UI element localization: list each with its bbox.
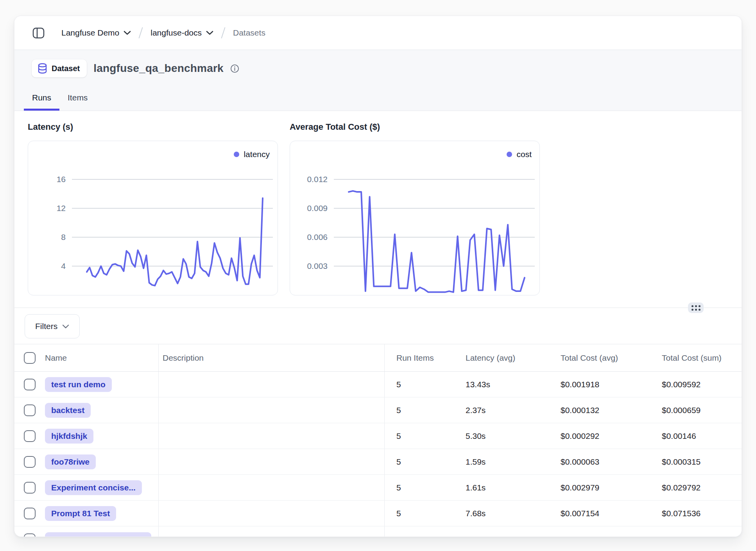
table-row: Experiment concise... 5 1.61s $0.002979 … bbox=[14, 475, 742, 501]
breadcrumb-project-button[interactable]: Langfuse Demo bbox=[61, 28, 131, 38]
run-name-badge[interactable]: Experiment concise... bbox=[45, 480, 142, 495]
row-checkbox[interactable] bbox=[24, 508, 36, 519]
breadcrumb-subproject-label: langfuse-docs bbox=[150, 28, 202, 38]
row-checkbox[interactable] bbox=[24, 430, 36, 442]
row-checkbox[interactable] bbox=[24, 482, 36, 494]
run-items-cell bbox=[385, 526, 462, 537]
filters-section: Filters bbox=[14, 308, 742, 344]
total-cost-avg-cell: $0.000063 bbox=[557, 449, 658, 474]
run-name-badge[interactable]: foo78riwe bbox=[45, 454, 96, 469]
description-cell bbox=[159, 475, 385, 500]
total-cost-sum-cell: $0.071536 bbox=[658, 501, 742, 526]
latency-avg-cell: 2.37s bbox=[462, 397, 557, 423]
table-body: test run demo 5 13.43s $0.001918 $0.0095… bbox=[14, 372, 742, 537]
chart-canvas: 0.0120.0090.0060.003 bbox=[290, 141, 540, 296]
legend-label: cost bbox=[516, 150, 532, 159]
column-header-total-cost-avg: Total Cost (avg) bbox=[557, 344, 658, 371]
total-cost-avg-cell: $0.007154 bbox=[557, 501, 658, 526]
total-cost-avg-cell: $0.002979 bbox=[557, 475, 658, 500]
run-items-cell: 5 bbox=[385, 397, 462, 423]
description-cell bbox=[159, 526, 385, 537]
run-name-badge[interactable]: Prompt 81 Test bbox=[45, 506, 116, 521]
run-items-cell: 5 bbox=[385, 449, 462, 474]
total-cost-avg-cell bbox=[557, 526, 658, 537]
description-cell bbox=[159, 423, 385, 449]
row-checkbox[interactable] bbox=[24, 533, 36, 537]
tab-items[interactable]: Items bbox=[59, 93, 96, 111]
row-checkbox[interactable] bbox=[24, 404, 36, 416]
filters-button[interactable]: Filters bbox=[25, 314, 80, 338]
total-cost-sum-cell: $0.000315 bbox=[658, 449, 742, 474]
run-items-cell: 5 bbox=[385, 501, 462, 526]
dataset-type-badge: Dataset bbox=[32, 59, 87, 77]
breadcrumb: Langfuse Demo langfuse-docs Datasets bbox=[61, 27, 265, 39]
table-row bbox=[14, 526, 742, 537]
description-cell bbox=[159, 449, 385, 474]
main-window: Langfuse Demo langfuse-docs Datasets bbox=[14, 16, 742, 537]
description-cell bbox=[159, 372, 385, 397]
series-line bbox=[87, 198, 263, 286]
chevron-down-icon bbox=[62, 324, 69, 329]
sidebar-toggle-button[interactable] bbox=[32, 26, 45, 39]
resize-drag-handle[interactable] bbox=[688, 302, 704, 313]
top-bar: Langfuse Demo langfuse-docs Datasets bbox=[14, 16, 742, 50]
latency-avg-cell: 13.43s bbox=[462, 372, 557, 397]
y-tick-label: 0.009 bbox=[307, 204, 328, 213]
breadcrumb-current-page: Datasets bbox=[233, 28, 265, 38]
y-tick-label: 0.006 bbox=[307, 233, 328, 242]
latency-avg-cell bbox=[462, 526, 557, 537]
description-cell bbox=[159, 501, 385, 526]
latency-avg-cell: 1.61s bbox=[462, 475, 557, 500]
run-name-badge[interactable]: hjkfdshjk bbox=[45, 429, 93, 444]
total-cost-sum-cell: $0.009592 bbox=[658, 372, 742, 397]
y-tick-label: 12 bbox=[57, 204, 66, 213]
breadcrumb-subproject-button[interactable]: langfuse-docs bbox=[150, 28, 213, 38]
dataset-type-label: Dataset bbox=[52, 64, 80, 73]
run-items-cell: 5 bbox=[385, 475, 462, 500]
column-header-run-items: Run Items bbox=[385, 344, 462, 371]
y-tick-label: 0.003 bbox=[307, 261, 328, 270]
total-cost-avg-cell: $0.001918 bbox=[557, 372, 658, 397]
table-row: backtest 5 2.37s $0.000132 $0.000659 bbox=[14, 397, 742, 423]
chevron-down-icon bbox=[206, 30, 213, 35]
database-icon bbox=[37, 63, 48, 74]
chart-canvas: 161284 bbox=[28, 141, 278, 296]
cost-chart-block: Average Total Cost ($) cost 0.0120.0090.… bbox=[290, 120, 540, 295]
run-items-cell: 5 bbox=[385, 372, 462, 397]
table-row: Prompt 81 Test 5 7.68s $0.007154 $0.0715… bbox=[14, 501, 742, 526]
table-row: foo78riwe 5 1.59s $0.000063 $0.000315 bbox=[14, 449, 742, 475]
latency-line-chart: latency 161284 bbox=[28, 141, 278, 295]
run-name-badge[interactable] bbox=[45, 532, 151, 537]
select-all-checkbox[interactable] bbox=[24, 352, 36, 364]
table-row: hjkfdshjk 5 5.30s $0.000292 $0.00146 bbox=[14, 423, 742, 449]
column-header-total-cost-sum: Total Cost (sum) bbox=[658, 344, 742, 371]
info-icon[interactable] bbox=[230, 64, 239, 73]
latency-chart-title: Latency (s) bbox=[28, 122, 278, 132]
charts-section: Latency (s) latency 161284 Average Total… bbox=[14, 111, 742, 308]
column-header-name: Name bbox=[45, 344, 159, 371]
table-row: test run demo 5 13.43s $0.001918 $0.0095… bbox=[14, 372, 742, 397]
total-cost-sum-cell: $0.029792 bbox=[658, 475, 742, 500]
legend-label: latency bbox=[244, 150, 270, 159]
series-line bbox=[349, 191, 525, 292]
y-tick-label: 4 bbox=[61, 261, 66, 270]
latency-legend: latency bbox=[234, 150, 270, 159]
cost-legend: cost bbox=[507, 150, 532, 159]
row-checkbox[interactable] bbox=[24, 379, 36, 390]
tab-runs[interactable]: Runs bbox=[24, 93, 59, 111]
table-header-row: Name Description Run Items Latency (avg)… bbox=[14, 344, 742, 372]
latency-avg-cell: 5.30s bbox=[462, 423, 557, 449]
total-cost-sum-cell bbox=[658, 526, 742, 537]
run-name-badge[interactable]: backtest bbox=[45, 403, 91, 418]
row-checkbox[interactable] bbox=[24, 456, 36, 468]
y-tick-label: 8 bbox=[61, 233, 66, 242]
cost-line-chart: cost 0.0120.0090.0060.003 bbox=[290, 141, 540, 295]
total-cost-sum-cell: $0.000659 bbox=[658, 397, 742, 423]
breadcrumb-separator bbox=[221, 27, 225, 38]
latency-chart-block: Latency (s) latency 161284 bbox=[28, 120, 278, 295]
y-tick-label: 0.012 bbox=[307, 175, 328, 184]
chevron-down-icon bbox=[124, 30, 131, 35]
run-name-badge[interactable]: test run demo bbox=[45, 377, 112, 392]
total-cost-avg-cell: $0.000292 bbox=[557, 423, 658, 449]
latency-avg-cell: 1.59s bbox=[462, 449, 557, 474]
